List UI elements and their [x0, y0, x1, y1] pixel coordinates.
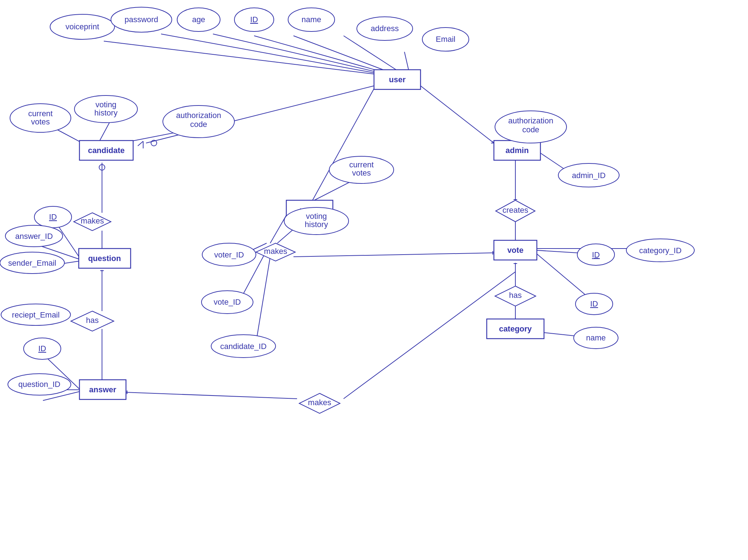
attr-auth-code-candidate-label: authorization: [176, 111, 221, 120]
svg-text:history: history: [305, 220, 328, 229]
attr-creates-id-label: ID: [590, 299, 598, 308]
svg-line-18: [98, 120, 111, 143]
rel-makes2-label: makes: [264, 247, 287, 256]
rel-has1-label: has: [86, 316, 98, 325]
attr-question-id2-label: question_ID: [18, 380, 60, 389]
svg-line-52: [126, 392, 297, 399]
attr-voiceprint-label: voiceprint: [65, 22, 99, 31]
svg-line-14: [421, 86, 494, 143]
attr-category-name-label: name: [586, 333, 606, 342]
svg-line-4: [104, 41, 383, 75]
svg-text:votes: votes: [352, 168, 371, 177]
svg-line-37: [270, 215, 286, 243]
attr-voting-history-voter-label: voting: [306, 212, 327, 221]
svg-line-0: [293, 36, 397, 75]
entity-category-label: category: [499, 324, 532, 333]
svg-line-2: [213, 34, 390, 75]
svg-line-36: [256, 257, 270, 343]
attr-category-id-label: category_ID: [639, 246, 682, 255]
attr-age-label: age: [192, 15, 205, 24]
attr-answer-id2-label: ID: [38, 344, 46, 353]
attr-user-id-label: ID: [250, 15, 258, 24]
rel-has2-label: has: [509, 291, 521, 300]
entity-answer-label: answer: [89, 385, 116, 394]
entity-admin-label: admin: [506, 146, 529, 155]
attr-current-votes-voter-label: current: [349, 160, 374, 169]
attr-name-label: name: [301, 15, 321, 24]
attr-email-label: Email: [436, 35, 455, 44]
svg-text:votes: votes: [31, 117, 50, 126]
attr-address-label: address: [371, 24, 399, 33]
entity-user-label: user: [389, 75, 406, 84]
attr-candidate-id-label: candidate_ID: [220, 342, 267, 351]
attr-vote-id-label: vote_ID: [214, 298, 241, 306]
attr-answer-id-label: answer_ID: [15, 232, 53, 241]
svg-line-11: [310, 89, 374, 206]
entity-question-label: question: [88, 254, 121, 263]
entity-candidate-label: candidate: [88, 146, 125, 155]
entity-vote-label: vote: [507, 246, 523, 255]
rel-makes1-label: makes: [81, 216, 104, 225]
rel-creates-label: creates: [502, 206, 528, 215]
attr-admin-id-label: admin_ID: [572, 171, 606, 180]
svg-text:history: history: [94, 108, 118, 117]
attr-current-votes-candidate-label: current: [28, 109, 53, 118]
attr-sender-email-label: sender_Email: [8, 259, 57, 267]
svg-line-1: [254, 36, 394, 75]
svg-text:code: code: [190, 120, 207, 129]
svg-line-8: [138, 141, 143, 146]
svg-line-3: [161, 34, 387, 75]
attr-voting-history-candidate-label: voting: [96, 100, 117, 109]
svg-line-32: [293, 253, 494, 257]
attr-voter-id-label: voter_ID: [214, 250, 244, 259]
svg-text:code: code: [522, 125, 539, 134]
attr-password-label: password: [125, 15, 158, 24]
er-diagram: user candidate voter admin vote question…: [0, 0, 748, 560]
attr-question-id-label: ID: [49, 212, 57, 221]
attr-reciept-email-label: reciept_Email: [12, 310, 59, 319]
rel-makes3-label: makes: [308, 398, 331, 407]
attr-auth-code-admin-label: authorization: [508, 116, 553, 125]
